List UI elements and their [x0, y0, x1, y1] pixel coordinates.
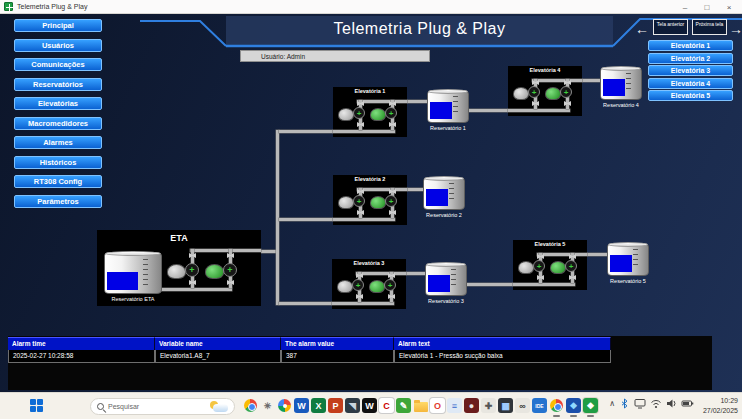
powerpoint-icon[interactable]: P	[328, 398, 343, 413]
station-pipe-top	[537, 253, 587, 256]
tank-reservatorio-eta	[104, 252, 162, 294]
camera-darkred-icon[interactable]: ●	[464, 398, 479, 413]
window-title: Telemetria Plug & Play	[17, 3, 87, 10]
station-pipe-top	[357, 100, 407, 103]
tank-label: Reservatório ETA	[98, 296, 168, 302]
minimize-button[interactable]: –	[674, 0, 696, 14]
weather-widget-icon[interactable]	[208, 400, 230, 413]
alarm-table-row[interactable]: 2025-02-27 10:28:58Elevatoria1.A8_7387El…	[8, 350, 611, 363]
pipe-segment-6	[467, 109, 512, 112]
impeller-icon: +	[185, 263, 199, 277]
page-title: Telemetria Plug & Play	[226, 20, 613, 38]
excel-icon[interactable]: X	[311, 398, 326, 413]
station-pipe-bottom	[508, 109, 570, 112]
sidebar-item-comunica-es[interactable]: Comunicações	[14, 58, 102, 71]
blue-app-running-icon[interactable]: ❖	[566, 398, 581, 413]
sidebar-item-hist-ricos[interactable]: Históricos	[14, 156, 102, 169]
search-input[interactable]: Pesquisar	[90, 398, 235, 415]
chrome-running-icon[interactable]	[549, 398, 564, 413]
next-screen-button[interactable]: Próxima tela	[692, 19, 727, 35]
tank-top-icon	[424, 176, 464, 181]
station-elevatoria-4: Elevatória 4++	[508, 66, 582, 116]
notepad-green-icon[interactable]: ✎	[396, 398, 411, 413]
wifi-icon[interactable]	[650, 398, 662, 409]
dark-bird-app-icon[interactable]: ◥	[345, 398, 360, 413]
binoculars-icon[interactable]: ∞	[515, 398, 530, 413]
gray-pump-icon	[338, 196, 354, 209]
gray-pump-icon	[513, 87, 529, 100]
alarm-cell-1: Elevatoria1.A8_7	[155, 350, 281, 363]
pipe-segment-10	[465, 283, 517, 286]
word-icon[interactable]: W	[294, 398, 309, 413]
app-window-icon	[4, 2, 13, 11]
nav-elevatoria-3[interactable]: Elevatória 3	[648, 65, 733, 76]
station-elevatoria-2: Elevatória 2++	[333, 175, 407, 225]
tank-level-fill	[426, 189, 448, 206]
previous-screen-button[interactable]: Tela anterior	[653, 19, 688, 35]
display-icon[interactable]	[634, 398, 646, 409]
settings-gear-icon[interactable]: ✳	[260, 398, 275, 413]
sidebar-item-reservat-rios[interactable]: Reservatórios	[14, 78, 102, 91]
folder-icon[interactable]	[413, 398, 428, 413]
next-screen-arrow-icon[interactable]: →	[729, 21, 742, 37]
sidebar-item-elevat-rias[interactable]: Elevatórias	[14, 97, 102, 110]
sidebar-item-rt308-config[interactable]: RT308 Config	[14, 175, 102, 188]
sidebar-item-principal[interactable]: Principal	[14, 19, 102, 32]
photos-icon[interactable]	[277, 398, 292, 413]
alarm-header-3: Alarm text	[394, 337, 611, 350]
tank-scale-icon	[633, 249, 638, 269]
impeller-icon: +	[352, 279, 364, 291]
joystick-icon[interactable]: ✚	[481, 398, 496, 413]
alarm-table-header: Alarm timeVariable nameThe alarm valueAl…	[8, 337, 611, 350]
scada-main-screen: Telemetria Plug & Play Usuário: Admin ← …	[0, 14, 742, 392]
tank-scale-icon	[449, 183, 454, 203]
bluetooth-icon[interactable]	[619, 398, 630, 409]
chrome-icon[interactable]	[243, 398, 258, 413]
eta-pipe-bottom	[155, 288, 232, 291]
alarm-cell-0: 2025-02-27 10:28:58	[8, 350, 155, 363]
close-button[interactable]: ×	[718, 0, 740, 14]
monitor-app-icon[interactable]: ▦	[498, 398, 513, 413]
nav-elevatoria-5[interactable]: Elevatória 5	[648, 90, 733, 101]
notebook-blue-icon[interactable]: ≡	[447, 398, 462, 413]
maximize-button[interactable]: □	[696, 0, 718, 14]
sidebar-item-alarmes[interactable]: Alarmes	[14, 136, 102, 149]
cnc-app-icon[interactable]: C	[379, 398, 394, 413]
tank-label: Reservatório 2	[409, 212, 479, 218]
impeller-icon: +	[223, 263, 237, 277]
w-black-app-icon[interactable]: W	[362, 398, 377, 413]
volume-icon[interactable]	[666, 398, 677, 409]
sidebar-item-usu-rios[interactable]: Usuários	[14, 39, 102, 52]
window-titlebar[interactable]: Telemetria Plug & Play	[0, 0, 742, 14]
eta-station: ETA++Reservatório ETA	[97, 230, 261, 306]
taskbar: Pesquisar ∧ 10:29 27/02/2025 ✳WXP◥WC✎O≡●…	[0, 392, 742, 419]
nav-elevatoria-1[interactable]: Elevatória 1	[648, 40, 733, 51]
gray-pump-icon	[518, 261, 534, 274]
clock-time: 10:29	[703, 396, 738, 406]
start-button[interactable]	[30, 399, 44, 413]
station-label: Elevatória 4	[508, 67, 582, 73]
telemetria-app-icon[interactable]: ❖	[583, 398, 598, 413]
tank-label: Reservatório 3	[411, 298, 481, 304]
nav-elevatoria-4[interactable]: Elevatória 4	[648, 78, 733, 89]
tank-label: Reservatório 5	[593, 278, 663, 284]
ide-icon[interactable]: IDE	[532, 398, 547, 413]
nav-elevatoria-2[interactable]: Elevatória 2	[648, 53, 733, 64]
taskbar-clock[interactable]: 10:29 27/02/2025	[703, 396, 738, 416]
impeller-icon: +	[560, 86, 572, 98]
station-label: Elevatória 1	[333, 88, 407, 94]
sidebar-item-par-metros[interactable]: Parâmetros	[14, 195, 102, 208]
opera-icon[interactable]: O	[430, 398, 445, 413]
eta-label: ETA	[97, 233, 261, 243]
sidebar-item-macromedidores[interactable]: Macromedidores	[14, 117, 102, 130]
station-elevatoria-1: Elevatória 1++	[333, 87, 407, 137]
station-pipe-bottom	[333, 218, 395, 221]
alarm-cell-3: Elevatória 1 - Pressão sucção baixa	[394, 350, 611, 363]
tank-label: Reservatório 1	[413, 125, 483, 131]
previous-screen-arrow-icon[interactable]: ←	[635, 21, 649, 37]
alarm-panel: Alarm timeVariable nameThe alarm valueAl…	[8, 336, 712, 390]
tank-reservatorio-5	[607, 243, 649, 276]
tray-chevron-icon[interactable]: ∧	[609, 399, 615, 408]
battery-icon[interactable]	[681, 398, 694, 409]
tank-scale-icon	[143, 259, 148, 285]
